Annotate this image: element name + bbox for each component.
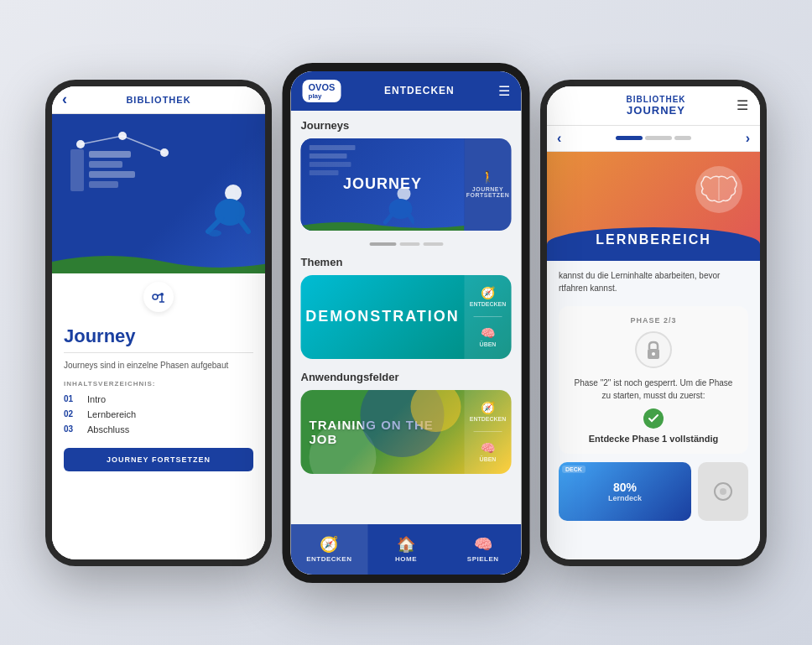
carousel-dots (561, 136, 745, 140)
right-content: kannst du die Lerninhalte abarbeiten, be… (547, 261, 760, 559)
hero-person (198, 183, 257, 253)
check-circle (643, 408, 664, 429)
svg-point-15 (153, 294, 158, 299)
demo-card-title: DEMONSTRATION (305, 308, 460, 325)
journey-icon-container (52, 273, 265, 317)
journey-continue-button[interactable]: JOURNEY FORTSETZEN (64, 448, 253, 471)
demo-card-inner: DEMONSTRATION (301, 275, 465, 359)
right-header-titles: BIBLIOTHEK JOURNEY (575, 95, 737, 117)
toc-item-1: 01 Intro (64, 394, 253, 404)
toc-label-3: Abschluss (87, 424, 129, 434)
entdecken-icon: 🧭 (481, 286, 495, 299)
ueben-icon: 🧠 (481, 326, 495, 340)
journey-title: Journey (64, 325, 253, 347)
svg-point-30 (720, 488, 726, 495)
svg-rect-18 (310, 153, 347, 159)
journey-card[interactable]: JOURNEY (301, 138, 512, 231)
hamburger-icon[interactable]: ☰ (498, 83, 510, 99)
svg-point-28 (652, 352, 655, 356)
play-text: play (309, 92, 336, 100)
lernbereich-label: LERNBEREICH (547, 232, 760, 247)
right-phone: BIBLIOTHEK JOURNEY ☰ ‹ › (540, 80, 767, 566)
lock-circle (635, 331, 672, 368)
toc-num-2: 02 (64, 409, 84, 419)
svg-line-12 (208, 218, 221, 231)
entdecken-label: ENTDECKEN (470, 301, 507, 307)
back-arrow-icon[interactable]: ‹ (62, 91, 67, 108)
journeys-label: Journeys (301, 119, 512, 132)
anwendungsfelder-section: Anwendungsfelder TRAINING ON THE JOB (301, 371, 512, 474)
right-desc: kannst du die Lerninhalte abarbeiten, be… (559, 269, 748, 294)
left-phone: ‹ BIBLIOTHEK (45, 80, 272, 566)
demo-ueben[interactable]: 🧠 ÜBEN (480, 326, 497, 347)
carousel-dot-2 (645, 136, 672, 140)
nav-spielen[interactable]: 🧠 SPIELEN (445, 524, 522, 575)
carousel-right-arrow[interactable]: › (746, 131, 750, 146)
training-card[interactable]: TRAINING ON THE JOB 🧭 ENTDECKEN 🧠 ÜBEN (301, 390, 512, 474)
left-hero (52, 114, 265, 273)
left-header-title: BIBLIOTHEK (126, 95, 190, 105)
demo-card[interactable]: DEMONSTRATION 🧭 ENTDECKEN 🧠 ÜBEN (301, 275, 512, 359)
svg-rect-6 (89, 161, 122, 168)
scroll-dots (301, 242, 512, 246)
svg-rect-9 (70, 149, 84, 191)
journey-card-side[interactable]: 🚶 JOURNEY FORTSETZEN (465, 138, 512, 231)
svg-rect-19 (310, 162, 351, 167)
phase-section: PHASE 2/3 Phase "2" ist noch gesperrt. U… (559, 306, 748, 454)
svg-point-10 (225, 185, 242, 201)
dot-3 (423, 242, 443, 246)
ovos-logo: OVOS play (303, 80, 341, 102)
svg-line-3 (81, 136, 122, 144)
phase-cta: Entdecke Phase 1 vollständig (569, 434, 738, 444)
lerndeck-row: DECK 80% Lerndeck (559, 462, 748, 521)
nav-entdecken-label: ENTDECKEN (306, 555, 351, 563)
nav-home[interactable]: 🏠 HOME (367, 524, 445, 575)
demo-divider (474, 316, 502, 317)
demo-entdecken[interactable]: 🧭 ENTDECKEN (470, 286, 507, 307)
journey-side-icon: 🚶 (481, 170, 495, 184)
lerndeck-extra (698, 462, 748, 521)
journey-card-title: JOURNEY (343, 175, 422, 193)
journey-desc: Journeys sind in einzelne Phasen aufgeba… (64, 360, 253, 372)
toc-num-1: 01 (64, 394, 84, 403)
right-header-main: JOURNEY (575, 104, 737, 117)
center-header: OVOS play ENTDECKEN ☰ (291, 71, 522, 111)
lernbereich-card: LERNBEREICH (547, 152, 760, 261)
carousel-nav: ‹ › (547, 126, 760, 152)
hero-grass (52, 250, 265, 273)
phase-text: Phase "2" ist noch gesperrt. Um die Phas… (569, 377, 738, 402)
svg-rect-7 (89, 171, 135, 178)
center-screen: OVOS play ENTDECKEN ☰ Journeys (291, 71, 522, 575)
themen-section: Themen DEMONSTRATION 🧭 ENTDECKEN (301, 256, 512, 359)
right-header-sub: BIBLIOTHEK (575, 95, 737, 104)
dot-1 (369, 242, 396, 246)
right-menu-icon[interactable]: ☰ (737, 97, 748, 113)
ueben-label: ÜBEN (480, 341, 497, 347)
journeys-section: Journeys (301, 119, 512, 246)
center-header-title: ENTDECKEN (384, 85, 455, 96)
svg-rect-5 (89, 151, 131, 158)
center-scroll[interactable]: Journeys (291, 111, 522, 524)
center-phone: OVOS play ENTDECKEN ☰ Journeys (283, 63, 530, 583)
carousel-dot-3 (674, 136, 691, 140)
left-header: ‹ BIBLIOTHEK (52, 86, 265, 114)
hero-decoration (64, 127, 190, 206)
lerndeck-card[interactable]: DECK 80% Lerndeck (559, 462, 691, 521)
svg-line-4 (122, 136, 164, 153)
nav-entdecken[interactable]: 🧭 ENTDECKEN (291, 524, 368, 575)
journey-side-label: JOURNEY FORTSETZEN (466, 186, 510, 198)
carousel-dot-1 (616, 136, 643, 140)
nav-spielen-icon: 🧠 (474, 535, 492, 554)
right-screen: BIBLIOTHEK JOURNEY ☰ ‹ › (547, 86, 760, 559)
themen-label: Themen (301, 256, 512, 268)
nav-entdecken-icon: 🧭 (320, 535, 338, 554)
deck-badge: DECK (562, 466, 586, 473)
toc-item-3: 03 Abschluss (64, 424, 253, 434)
journey-card-inner: JOURNEY (301, 138, 465, 231)
demo-card-side[interactable]: 🧭 ENTDECKEN 🧠 ÜBEN (465, 275, 512, 359)
toc-num-3: 03 (64, 424, 84, 434)
scene: ‹ BIBLIOTHEK (20, 21, 792, 625)
bottom-nav: 🧭 ENTDECKEN 🏠 HOME 🧠 SPIELEN (291, 524, 522, 575)
right-header: BIBLIOTHEK JOURNEY ☰ (547, 86, 760, 126)
journey-icon (143, 282, 174, 312)
